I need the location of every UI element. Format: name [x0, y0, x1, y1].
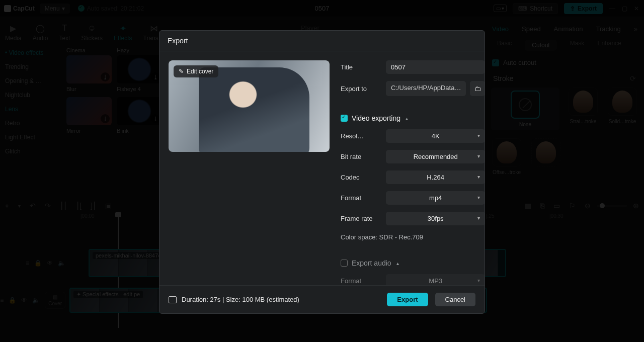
modal-title: Export — [159, 31, 485, 51]
chevron-down-icon: ▾ — [477, 278, 480, 283]
chevron-down-icon: ▾ — [477, 215, 480, 221]
exportto-label: Export to — [341, 85, 380, 93]
video-exporting-toggle[interactable]: Video exporting ▴ — [341, 114, 485, 122]
film-icon — [169, 296, 177, 303]
colorspace-note: Color space: SDR - Rec.709 — [341, 232, 485, 241]
codec-select[interactable]: H.264▾ — [386, 170, 485, 184]
chevron-down-icon: ▾ — [477, 195, 480, 200]
resolution-select[interactable]: 4K▾ — [386, 129, 485, 143]
export-button[interactable]: Export — [387, 293, 428, 306]
resolution-label: Resol… — [341, 132, 380, 140]
chevron-up-icon: ▴ — [406, 116, 408, 121]
codec-label: Codec — [341, 174, 380, 181]
folder-icon: 🗀 — [474, 85, 481, 93]
browse-folder-button[interactable]: 🗀 — [470, 81, 485, 96]
chevron-down-icon: ▾ — [477, 174, 480, 180]
cover-preview: ✎ Edit cover — [169, 60, 330, 152]
framerate-label: Frame rate — [341, 215, 380, 222]
title-label: Title — [341, 63, 380, 71]
audio-format-select: MP3▾ — [386, 274, 485, 285]
checkbox-icon — [341, 115, 348, 122]
exportto-path: C:/Users/HP/AppData… — [386, 81, 466, 96]
duration-info: Duration: 27s | Size: 100 MB (estimated) — [182, 296, 299, 303]
export-modal: Export ✎ Edit cover Title 0507 Export to… — [159, 30, 485, 314]
audio-format-label: Format — [341, 277, 380, 285]
cancel-button[interactable]: Cancel — [435, 293, 475, 306]
framerate-select[interactable]: 30fps▾ — [386, 212, 485, 225]
pencil-icon: ✎ — [179, 68, 184, 75]
format-label: Format — [341, 194, 380, 202]
bitrate-select[interactable]: Recommended▾ — [386, 150, 485, 163]
bitrate-label: Bit rate — [341, 153, 380, 160]
format-select[interactable]: mp4▾ — [386, 191, 485, 205]
title-input[interactable]: 0507 — [386, 60, 485, 74]
export-audio-toggle[interactable]: Export audio ▴ — [341, 259, 485, 267]
checkbox-unchecked-icon — [341, 260, 348, 267]
chevron-down-icon: ▾ — [477, 133, 480, 138]
chevron-down-icon: ▾ — [477, 153, 480, 159]
edit-cover-button[interactable]: ✎ Edit cover — [174, 65, 218, 77]
chevron-up-icon: ▴ — [396, 261, 399, 266]
